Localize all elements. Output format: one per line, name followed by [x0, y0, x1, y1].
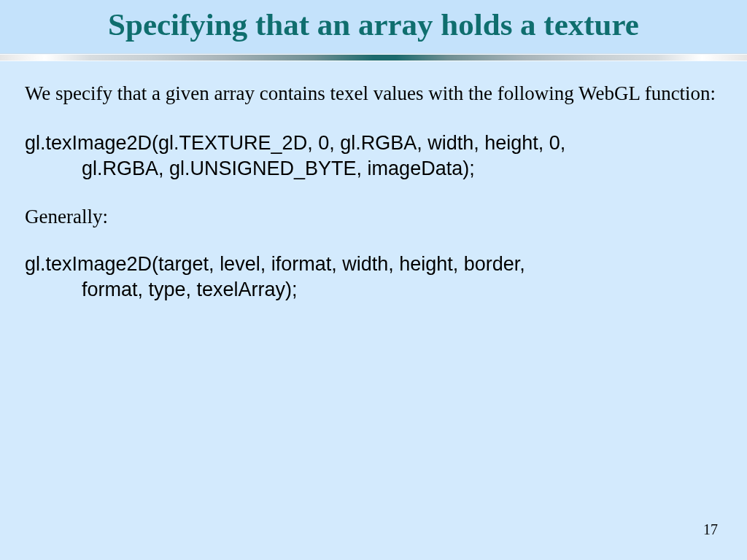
- page-number: 17: [703, 521, 718, 538]
- code-example-2: gl.texImage2D(target, level, iformat, wi…: [25, 252, 722, 303]
- slide-header: Specifying that an array holds a texture: [0, 0, 747, 54]
- code-line: gl.texImage2D(gl.TEXTURE_2D, 0, gl.RGBA,…: [25, 131, 722, 156]
- code-line: gl.texImage2D(target, level, iformat, wi…: [25, 252, 722, 277]
- slide-title: Specifying that an array holds a texture: [15, 6, 732, 44]
- code-line: format, type, texelArray);: [25, 277, 722, 303]
- header-divider: [0, 54, 747, 61]
- code-example-1: gl.texImage2D(gl.TEXTURE_2D, 0, gl.RGBA,…: [25, 131, 722, 182]
- code-line: gl.RGBA, gl.UNSIGNED_BYTE, imageData);: [25, 156, 722, 182]
- slide-content: We specify that a given array contains t…: [0, 61, 747, 303]
- intro-text: We specify that a given array contains t…: [25, 82, 722, 106]
- generally-label: Generally:: [25, 206, 722, 228]
